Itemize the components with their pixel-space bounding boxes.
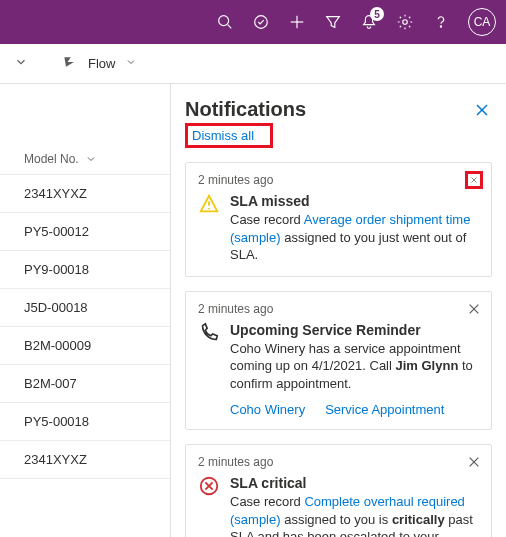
- flow-label[interactable]: Flow: [88, 56, 115, 71]
- add-icon[interactable]: [288, 13, 306, 31]
- cell-value: B2M-007: [24, 376, 77, 391]
- panel-close-icon[interactable]: [472, 100, 492, 120]
- data-grid: Model No. 2341XYXZ PY5-00012 PY9-00018 J…: [0, 84, 170, 537]
- dismiss-notification-icon[interactable]: [465, 300, 483, 318]
- contact-name: Jim Glynn: [396, 358, 459, 373]
- notification-title: SLA missed: [230, 193, 479, 209]
- column-header-label: Model No.: [24, 152, 79, 166]
- table-row[interactable]: J5D-00018: [0, 289, 170, 327]
- user-avatar[interactable]: CA: [468, 8, 496, 36]
- svg-point-6: [440, 26, 441, 27]
- cell-value: PY5-00018: [24, 414, 89, 429]
- table-row[interactable]: B2M-007: [0, 365, 170, 403]
- cell-value: PY9-00018: [24, 262, 89, 277]
- cell-value: 2341XYXZ: [24, 452, 87, 467]
- phone-icon: [198, 322, 220, 393]
- warning-icon: [198, 193, 220, 264]
- task-icon[interactable]: [252, 13, 270, 31]
- notification-title: Upcoming Service Reminder: [230, 322, 479, 338]
- action-link-service-appointment[interactable]: Service Appointment: [325, 402, 444, 417]
- column-header-model-no[interactable]: Model No.: [0, 144, 170, 175]
- notification-body: Case record Average order shipment time …: [230, 211, 479, 264]
- notifications-panel: Notifications Dismiss all 2 minutes ago …: [170, 84, 506, 537]
- svg-point-5: [403, 20, 408, 25]
- notification-card-sla-missed: 2 minutes ago SLA missed Case record Ave…: [185, 162, 492, 277]
- notification-bell-icon[interactable]: 5: [360, 13, 378, 31]
- notification-badge: 5: [370, 7, 384, 21]
- flow-icon: [62, 54, 78, 73]
- cell-value: 2341XYXZ: [24, 186, 87, 201]
- svg-point-12: [208, 208, 210, 210]
- svg-point-2: [255, 16, 268, 29]
- table-row[interactable]: PY9-00018: [0, 251, 170, 289]
- notification-body: Case record Complete overhaul required (…: [230, 493, 479, 537]
- notification-title: SLA critical: [230, 475, 479, 491]
- command-bar: Flow: [0, 44, 506, 84]
- cell-value: B2M-00009: [24, 338, 91, 353]
- table-row[interactable]: 2341XYXZ: [0, 175, 170, 213]
- notification-body: Coho Winery has a service appointment co…: [230, 340, 479, 393]
- chevron-down-icon[interactable]: [14, 55, 28, 72]
- table-row[interactable]: PY5-00018: [0, 403, 170, 441]
- dismiss-all-link[interactable]: Dismiss all: [185, 123, 273, 148]
- help-icon[interactable]: [432, 13, 450, 31]
- dismiss-notification-icon[interactable]: [465, 171, 483, 189]
- table-row[interactable]: PY5-00012: [0, 213, 170, 251]
- svg-line-1: [228, 25, 232, 29]
- table-row[interactable]: 2341XYXZ: [0, 441, 170, 479]
- cell-value: J5D-00018: [24, 300, 88, 315]
- action-link-coho-winery[interactable]: Coho Winery: [230, 402, 305, 417]
- error-icon: [198, 475, 220, 537]
- table-row[interactable]: B2M-00009: [0, 327, 170, 365]
- panel-title: Notifications: [185, 98, 306, 121]
- notification-card-service-reminder: 2 minutes ago Upcoming Service Reminder …: [185, 291, 492, 431]
- settings-icon[interactable]: [396, 13, 414, 31]
- app-bar: 5 CA: [0, 0, 506, 44]
- dismiss-notification-icon[interactable]: [465, 453, 483, 471]
- notification-card-sla-critical: 2 minutes ago SLA critical Case record C…: [185, 444, 492, 537]
- svg-point-0: [219, 16, 229, 26]
- notification-time: 2 minutes ago: [198, 302, 479, 316]
- chevron-down-icon[interactable]: [125, 56, 137, 71]
- cell-value: PY5-00012: [24, 224, 89, 239]
- search-icon[interactable]: [216, 13, 234, 31]
- notification-time: 2 minutes ago: [198, 455, 479, 469]
- filter-icon[interactable]: [324, 13, 342, 31]
- notification-time: 2 minutes ago: [198, 173, 479, 187]
